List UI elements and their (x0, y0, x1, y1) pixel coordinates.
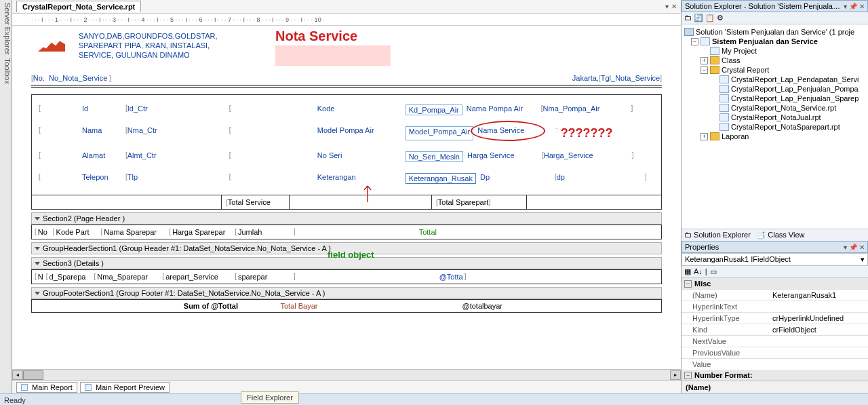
collapse-icon[interactable]: − (684, 280, 692, 288)
at-totta[interactable]: @Totta (439, 273, 463, 281)
expand-icon[interactable]: − (701, 66, 708, 74)
prop-pages-icon[interactable]: ▭ (710, 267, 717, 276)
expand-icon[interactable]: + (701, 57, 708, 64)
lbl-id: Id (82, 104, 125, 115)
no-label: No. (33, 74, 45, 82)
col-kodepart[interactable]: Kode Part (56, 228, 100, 236)
val-nma-pompa[interactable]: Nma_Pompa_Air (543, 104, 631, 115)
panel-pin-icon[interactable]: 📌 (849, 244, 857, 251)
prop-name-val[interactable]: KeteranganRusak1 (770, 290, 868, 301)
val-dp[interactable]: dp (557, 173, 645, 184)
prop-hyperlinktext-val[interactable] (770, 301, 868, 312)
tree-file[interactable]: CrystalReport_Lap_Penjualan_Sparep (731, 94, 859, 102)
document-tab-bar: CrystalReport_Nota_Service.rpt ▾ ✕ (12, 0, 681, 14)
tree-laporan[interactable]: Laporan (722, 132, 749, 140)
field-explorer-popup[interactable]: Field Explorer (241, 391, 299, 404)
col-nama-spare[interactable]: Nama Sparepar (104, 228, 167, 236)
tree-class[interactable]: Class (722, 56, 741, 64)
main-report-preview-tab[interactable]: Main Report Preview (80, 382, 170, 393)
properties-object[interactable]: KeteranganRusak1 IFieldObject ▾ (682, 253, 868, 266)
sum-of-tottal[interactable]: Sum of @Tottal (35, 302, 238, 310)
tree-file[interactable]: CrystalReport_Lap_Penjualan_Pompa (731, 85, 859, 93)
server-explorer-tab[interactable]: Server Explorer (0, 3, 12, 54)
dcol-arepart-service[interactable]: arepart_Service (165, 273, 233, 281)
solution-tree[interactable]: Solution 'Sistem Penjualan dan Service' … (682, 24, 868, 229)
expand-icon[interactable]: − (691, 38, 698, 45)
dcol-sparepar[interactable]: sparepar (238, 273, 292, 281)
section2-bar[interactable]: Section2 (Page Header ) (31, 212, 662, 225)
properties-grid[interactable]: −Misc (Name)KeteranganRusak1 HyperlinkTe… (682, 278, 868, 381)
solution-explorer-tabs: 🗀 Solution Explorer 📑 Class View (682, 229, 868, 241)
prop-prevvalue-val[interactable] (770, 347, 868, 358)
dcol-n[interactable]: N (38, 273, 45, 281)
scroll-left-icon[interactable]: ◂ (12, 370, 23, 380)
no-field[interactable]: No_Nota_Service (49, 74, 107, 82)
horizontal-scrollbar[interactable]: ◂ ▸ (12, 369, 681, 380)
classview-tab[interactable]: 📑 Class View (756, 231, 804, 239)
val-harga-service[interactable]: Harga_Service (544, 151, 632, 162)
properties-description: (Name) (682, 381, 868, 393)
properties-toolbar[interactable]: ▦A↓|▭ (682, 266, 868, 278)
totals-row: [Total Service [Total Sparepart] (31, 195, 662, 210)
panel-dropdown-icon[interactable]: ▾ (844, 244, 847, 251)
at-totalbayar[interactable]: @totalbayar (360, 302, 502, 310)
main-report-tab[interactable]: Main Report (16, 382, 77, 393)
tree-file[interactable]: CrystalReport_Lap_Pendapatan_Servi (731, 75, 859, 83)
lbl-nama-pompa: Nama Pompa Air (467, 104, 541, 115)
tree-file[interactable]: CrystalReport_NotaSparepart.rpt (731, 123, 840, 131)
prop-nextvalue-val[interactable] (770, 336, 868, 347)
tree-solution[interactable]: Solution 'Sistem Penjualan dan Service' … (696, 28, 854, 36)
field-kd-pompa[interactable]: Kd_Pompa_Air (406, 104, 462, 115)
alpha-sort-icon[interactable]: A↓ (694, 267, 703, 276)
folder-icon (710, 56, 719, 64)
panel-close-icon[interactable]: ✕ (859, 3, 865, 10)
tab-dropdown-icon[interactable]: ▾ (665, 3, 669, 10)
status-ready: Ready (4, 396, 26, 404)
tree-file[interactable]: CrystalReport_NotaJual.rpt (731, 113, 821, 121)
val-almt-ctr[interactable]: Almt_Ctr (127, 151, 229, 162)
report-design-canvas[interactable]: SANYO,DAB,GROUNDFOS,GOLDSTAR, SPAREPART … (12, 26, 681, 369)
tab-close-icon[interactable]: ✕ (671, 3, 677, 10)
solution-explorer-toolbar[interactable]: 🗀 🔄 📋 ⚙ (682, 12, 868, 24)
total-bayar[interactable]: Total Bayar (238, 302, 360, 310)
prop-kind-val[interactable]: crFieldObject (770, 324, 868, 335)
field-noseri[interactable]: No_Seri_Mesin (406, 151, 463, 162)
prop-value-val[interactable] (770, 359, 868, 370)
val-tlp[interactable]: Tlp (127, 173, 229, 184)
toolbox-tab[interactable]: Toolbox (0, 58, 12, 84)
tgl-field[interactable]: Tgl_Nota_Service (601, 74, 660, 82)
col-harga-spare[interactable]: Harga Sparepar (172, 228, 233, 236)
scroll-thumb[interactable] (23, 370, 43, 380)
col-jumlah[interactable]: Jumlah (238, 228, 292, 236)
group-footer-section-bar[interactable]: GroupFooterSection1 (Group Footer #1: Da… (31, 287, 662, 299)
dcol-nma-sparepar[interactable]: Nma_Sparepar (97, 273, 161, 281)
tree-project[interactable]: Sistem Penjualan dan Service (712, 37, 818, 45)
collapse-icon[interactable]: − (684, 372, 692, 379)
tottal-label[interactable]: Tottal (419, 228, 437, 236)
se-tab[interactable]: 🗀 Solution Explorer (684, 231, 751, 239)
tree-myproject[interactable]: My Project (722, 47, 757, 55)
document-tab[interactable]: CrystalReport_Nota_Service.rpt (16, 1, 141, 12)
tree-crystal-report[interactable]: Crystal Report (722, 66, 769, 74)
prop-kind-key: Kind (682, 324, 770, 335)
panel-dropdown-icon[interactable]: ▾ (844, 3, 847, 10)
title-highlight-box (275, 45, 391, 66)
val-id[interactable]: Id_Ctr (127, 104, 229, 115)
field-keterangan-rusak[interactable]: Keterangan_Rusak (406, 173, 476, 184)
expand-icon[interactable]: + (701, 133, 708, 140)
status-bar: Ready Field Explorer (0, 393, 868, 405)
categorized-icon[interactable]: ▦ (684, 267, 691, 276)
col-no[interactable]: No (38, 228, 52, 236)
scroll-right-icon[interactable]: ▸ (670, 370, 681, 380)
field-model-pompa[interactable]: Model_Pompa_Air (406, 126, 474, 140)
annotation-field-object: field object (328, 250, 374, 260)
tree-file[interactable]: CrystalReport_Nota_Service.rpt (731, 104, 836, 112)
prop-prevvalue-key: PreviousValue (682, 347, 770, 358)
prop-hyperlinktype-val[interactable]: crHyperlinkUndefined (770, 313, 868, 324)
val-nma-ctr[interactable]: Nma_Ctr (127, 126, 229, 140)
dcol-dsparepa[interactable]: d_Sparepa (50, 273, 93, 281)
panel-pin-icon[interactable]: 📌 (849, 3, 857, 10)
prop-hyperlinktype-key: HyperlinkType (682, 313, 770, 324)
panel-close-icon[interactable]: ✕ (859, 244, 865, 251)
left-tool-strip: Server Explorer Toolbox (0, 0, 12, 393)
